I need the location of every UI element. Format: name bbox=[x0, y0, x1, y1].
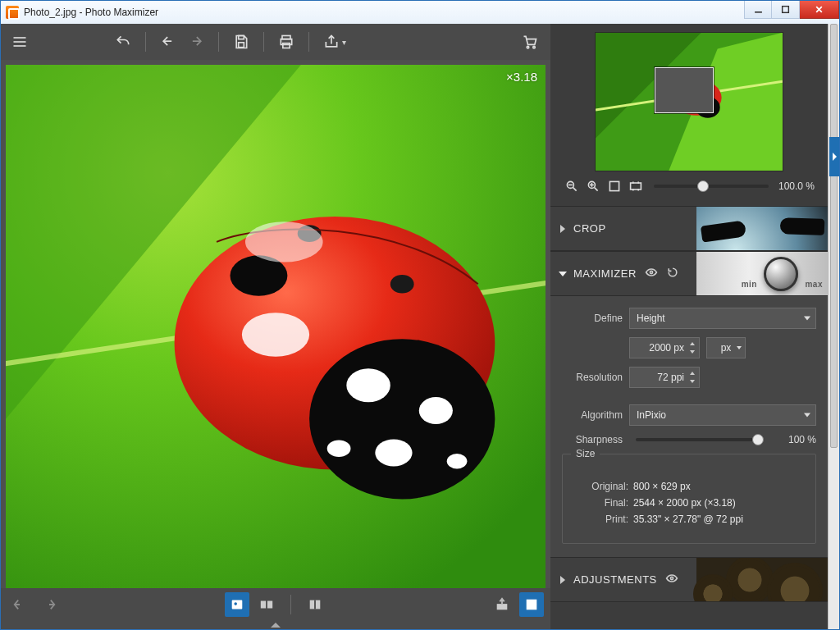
define-select[interactable]: Height bbox=[629, 308, 816, 329]
prev-image-button[interactable] bbox=[7, 592, 32, 617]
view-single-button[interactable] bbox=[225, 592, 249, 617]
final-label: Final: bbox=[574, 497, 628, 509]
svg-point-25 bbox=[447, 454, 468, 469]
size-group: Size Original:800 × 629 px Final:2544 × … bbox=[562, 454, 816, 544]
crop-header-art bbox=[696, 207, 828, 250]
svg-rect-1 bbox=[783, 7, 789, 13]
svg-point-23 bbox=[419, 397, 453, 424]
spin-up-icon[interactable] bbox=[687, 340, 697, 348]
side-panel: 100.0 % CROP MAXIMIZER bbox=[550, 24, 839, 629]
sharpness-label: Sharpness bbox=[562, 434, 623, 445]
chevron-right-icon bbox=[560, 225, 565, 233]
visibility-toggle-icon[interactable] bbox=[645, 266, 658, 281]
size-value: 2000 px bbox=[649, 342, 684, 354]
filmstrip-toggle[interactable] bbox=[1, 621, 550, 629]
svg-point-24 bbox=[375, 439, 412, 466]
undo-all-button[interactable] bbox=[111, 30, 135, 54]
original-label: Original: bbox=[574, 481, 628, 492]
svg-rect-7 bbox=[239, 36, 244, 39]
separator bbox=[308, 32, 309, 52]
panel-scrollbar[interactable] bbox=[828, 24, 839, 629]
size-input[interactable]: 2000 px bbox=[629, 337, 700, 358]
zoom-label: ×3.18 bbox=[506, 70, 537, 84]
zoom-in-button[interactable] bbox=[585, 178, 601, 194]
svg-point-20 bbox=[390, 275, 414, 294]
share-button[interactable] bbox=[319, 30, 344, 54]
svg-point-17 bbox=[309, 339, 495, 499]
chevron-right-icon bbox=[560, 576, 565, 584]
view-split-button[interactable] bbox=[303, 592, 327, 617]
chevron-down-icon bbox=[559, 272, 567, 276]
navigator-viewport[interactable] bbox=[655, 67, 714, 113]
svg-rect-28 bbox=[231, 600, 242, 609]
svg-point-53 bbox=[670, 577, 673, 579]
apply-button[interactable] bbox=[519, 592, 544, 617]
print-value: 35.33" × 27.78" @ 72 ppi bbox=[633, 514, 743, 525]
algorithm-value: InPixio bbox=[637, 409, 666, 421]
close-button[interactable] bbox=[800, 1, 839, 19]
spin-up-icon[interactable] bbox=[687, 369, 697, 377]
svg-rect-30 bbox=[260, 601, 265, 609]
svg-point-29 bbox=[234, 602, 237, 605]
redo-button[interactable] bbox=[184, 30, 208, 54]
svg-line-44 bbox=[573, 188, 577, 191]
crop-header[interactable]: CROP bbox=[550, 207, 828, 251]
app-window: Photo_2.jpg - Photo Maximizer bbox=[0, 0, 840, 630]
unit-select[interactable]: px bbox=[706, 337, 746, 358]
adjustments-header[interactable]: ADJUSTMENTS bbox=[550, 558, 828, 602]
svg-line-47 bbox=[595, 188, 598, 191]
menu-button[interactable] bbox=[9, 30, 30, 54]
original-value: 800 × 629 px bbox=[633, 481, 691, 492]
svg-rect-31 bbox=[267, 601, 272, 609]
define-label: Define bbox=[562, 313, 623, 324]
spin-down-icon[interactable] bbox=[687, 348, 697, 356]
navigator: 100.0 % bbox=[550, 24, 828, 206]
crop-panel: CROP bbox=[550, 206, 828, 251]
adjustments-panel: ADJUSTMENTS bbox=[550, 557, 828, 602]
chevron-down-icon: ▾ bbox=[342, 38, 346, 47]
resolution-input[interactable]: 72 ppi bbox=[629, 367, 700, 388]
svg-point-52 bbox=[650, 271, 652, 273]
image-canvas[interactable]: ×3.18 bbox=[6, 65, 546, 588]
zoom-out-button[interactable] bbox=[564, 178, 580, 194]
minimize-button[interactable] bbox=[744, 1, 772, 19]
svg-rect-51 bbox=[631, 183, 641, 189]
svg-point-22 bbox=[346, 368, 390, 402]
sharpness-slider[interactable] bbox=[636, 438, 764, 441]
adjustments-header-art bbox=[696, 558, 828, 601]
svg-point-11 bbox=[527, 46, 529, 48]
zoom-slider[interactable] bbox=[654, 185, 769, 188]
next-image-button[interactable] bbox=[37, 592, 62, 617]
knob-max-label: max bbox=[805, 280, 823, 289]
visibility-toggle-icon[interactable] bbox=[665, 572, 678, 587]
maximizer-body: Define Height 2000 px px Resolution 72 p… bbox=[550, 296, 828, 557]
window-title: Photo_2.jpg - Photo Maximizer bbox=[24, 7, 158, 18]
actual-size-button[interactable] bbox=[628, 178, 644, 194]
resolution-value: 72 ppi bbox=[657, 372, 684, 383]
maximizer-title: MAXIMIZER bbox=[573, 267, 637, 280]
unit-value: px bbox=[721, 342, 732, 354]
maximizer-header[interactable]: MAXIMIZER min max bbox=[550, 252, 828, 296]
svg-point-27 bbox=[245, 221, 323, 262]
algorithm-select[interactable]: InPixio bbox=[629, 404, 816, 426]
main-toolbar: ▾ bbox=[1, 24, 550, 60]
cart-button[interactable] bbox=[518, 30, 542, 54]
print-label: Print: bbox=[574, 514, 628, 525]
titlebar[interactable]: Photo_2.jpg - Photo Maximizer bbox=[1, 1, 839, 24]
spin-down-icon[interactable] bbox=[687, 377, 697, 386]
photo-preview bbox=[6, 65, 546, 588]
svg-rect-34 bbox=[497, 604, 508, 609]
panel-flyout-tab[interactable] bbox=[829, 137, 839, 176]
separator bbox=[290, 595, 291, 614]
bottom-toolbar bbox=[1, 588, 550, 621]
sharpness-value: 100 % bbox=[777, 434, 816, 445]
save-button[interactable] bbox=[229, 30, 253, 54]
navigator-thumbnail[interactable] bbox=[595, 32, 783, 171]
view-compare-button[interactable] bbox=[254, 592, 279, 617]
print-button[interactable] bbox=[274, 30, 299, 54]
export-button[interactable] bbox=[490, 592, 514, 617]
fit-screen-button[interactable] bbox=[606, 178, 623, 194]
reset-icon[interactable] bbox=[666, 266, 679, 281]
undo-button[interactable] bbox=[156, 30, 180, 54]
maximize-button[interactable] bbox=[772, 1, 800, 19]
